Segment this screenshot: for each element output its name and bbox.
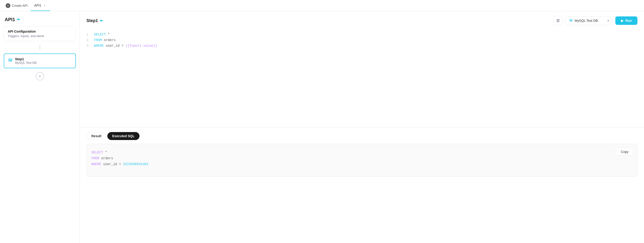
db-selector-label: MySQL Test DB [575, 19, 598, 22]
step1-info: Step1 MySQL Test DB [15, 57, 37, 64]
plus-circle-icon: + [6, 3, 10, 8]
query-header: Step1 ✏ [86, 16, 638, 25]
step-title-text: Step1 [86, 18, 98, 23]
result-line-3: WHERE user_id = 1519590541401 [91, 161, 632, 167]
sql-line-3: 3 WHERE user_id = {{Input1.value}} [86, 43, 638, 49]
sql-code-2: FROM orders [94, 37, 116, 43]
line-num-1: 1 [86, 32, 90, 37]
step1-label: Step1 [15, 57, 37, 61]
sql-line-2: 2 FROM orders [86, 37, 638, 43]
result-keyword-1: SELECT [91, 151, 103, 154]
db-selector[interactable]: MySQL Test DB ▾ [566, 16, 612, 25]
tab-result[interactable]: Result [86, 132, 106, 140]
delete-button[interactable] [553, 16, 563, 25]
result-plain-3: user_id = [103, 162, 123, 166]
db-selector-icon [569, 18, 573, 23]
mysql-icon [8, 58, 13, 64]
add-step-button[interactable]: + [36, 72, 44, 80]
copy-button[interactable]: Copy [616, 148, 634, 156]
create-api-button[interactable]: + Create API [3, 2, 30, 9]
sql-editor[interactable]: 1 SELECT * 2 FROM orders 3 WHERE user_id… [86, 30, 638, 50]
connector-line-1 [4, 44, 76, 51]
result-plain-1: * [105, 151, 107, 154]
result-keyword-3: WHERE [91, 162, 101, 166]
sql-code-3: WHERE user_id = {{Input1.value}} [94, 43, 157, 49]
query-actions: MySQL Test DB ▾ ▶ Run [553, 16, 638, 25]
result-panel: Result Executed SQL Copy SELECT * FROM o… [80, 127, 644, 243]
api-config-subtitle: Triggers, Inputs, and Alerts [8, 34, 72, 38]
api-config-title: API Configuration [8, 29, 72, 33]
top-nav: + Create API API1 × [0, 0, 644, 11]
main-layout: API1 ✏ API Configuration Triggers, Input… [0, 11, 644, 243]
add-step-container: + [4, 72, 76, 80]
tab-close-button[interactable]: × [43, 3, 46, 7]
create-api-label: Create API [12, 4, 28, 7]
api-title-text: API1 [5, 17, 15, 22]
step1-card[interactable]: Step1 MySQL Test DB [4, 53, 76, 68]
api-config-card[interactable]: API Configuration Triggers, Inputs, and … [4, 26, 76, 41]
tab-executed-sql[interactable]: Executed SQL [107, 132, 140, 140]
result-tabs: Result Executed SQL [86, 132, 638, 140]
result-line-1: SELECT * [91, 150, 632, 156]
run-label: Run [626, 19, 632, 22]
step1-db: MySQL Test DB [15, 61, 37, 64]
line-num-2: 2 [86, 37, 90, 43]
tab-label: API1 [34, 3, 41, 7]
sql-line-1: 1 SELECT * [86, 32, 638, 37]
result-line-2: FROM orders [91, 156, 632, 161]
api-title-edit-icon[interactable]: ✏ [17, 17, 20, 22]
trash-icon [556, 19, 560, 22]
sql-code-1: SELECT * [94, 32, 110, 37]
result-plain-2: orders [101, 156, 113, 160]
run-button[interactable]: ▶ Run [615, 16, 638, 25]
line-num-3: 3 [86, 43, 90, 49]
step-edit-icon[interactable]: ✏ [100, 18, 103, 23]
sidebar: API1 ✏ API Configuration Triggers, Input… [0, 11, 80, 243]
api1-tab[interactable]: API1 × [30, 0, 50, 11]
content-area: Step1 ✏ [80, 11, 644, 243]
result-keyword-2: FROM [91, 156, 99, 160]
result-sql-content: SELECT * FROM orders WHERE user_id = 151… [91, 150, 632, 168]
result-value: 1519590541401 [123, 162, 148, 166]
query-title: Step1 ✏ [86, 18, 103, 23]
chevron-down-icon: ▾ [607, 19, 609, 22]
query-panel: Step1 ✏ [80, 11, 644, 127]
sql-result-box: Copy SELECT * FROM orders WHERE user_id … [86, 144, 638, 177]
play-icon: ▶ [621, 19, 624, 22]
sidebar-title: API1 ✏ [4, 17, 76, 22]
